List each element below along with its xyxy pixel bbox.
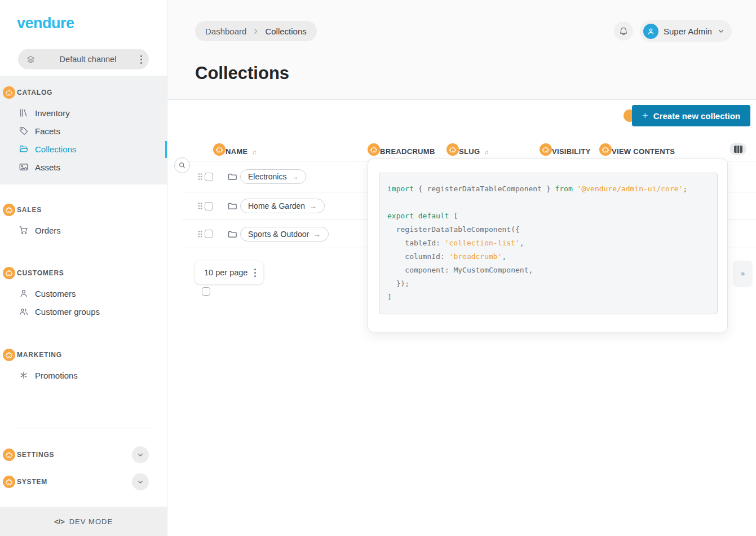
channel-selector[interactable]: Default channel [18, 49, 149, 69]
sort-icon[interactable]: ↓↑ [251, 148, 255, 155]
sidebar-section-system[interactable]: SYSTEM [0, 473, 167, 490]
sidebar-item-label: Facets [35, 126, 60, 136]
collection-name: Electronics [248, 172, 286, 181]
header-zone [167, 0, 756, 100]
sidebar-section-sales: SALESOrders [0, 203, 167, 239]
row-checkbox[interactable] [205, 202, 213, 210]
collection-name-chip[interactable]: Sports & Outdoor→ [240, 227, 329, 241]
collection-name: Sports & Outdoor [248, 230, 309, 239]
tag-icon [19, 126, 29, 136]
sidebar-item-collections[interactable]: Collections [0, 140, 167, 158]
sidebar-item-assets[interactable]: Assets [0, 158, 167, 176]
notifications-button[interactable] [614, 21, 633, 41]
drag-handle-icon[interactable] [198, 202, 202, 210]
sidebar-item-label: Customer groups [35, 307, 100, 317]
devmode-puzzle-badge[interactable] [213, 143, 226, 156]
sidebar-item-label: Collections [35, 144, 76, 154]
devmode-puzzle-badge[interactable] [3, 349, 15, 361]
sidebar-item-customer-groups[interactable]: Customer groups [0, 302, 167, 320]
sidebar: vendure Default channel CATALOGInventory… [0, 0, 167, 536]
expand-section-button[interactable] [132, 473, 149, 490]
row-checkbox[interactable] [205, 173, 213, 181]
devmode-puzzle-badge[interactable] [540, 143, 552, 156]
sidebar-nav: CATALOGInventoryFacetsCollectionsAssetsS… [0, 76, 167, 384]
devmode-puzzle-badge[interactable] [3, 86, 15, 99]
sidebar-item-label: Assets [35, 162, 60, 172]
column-label: NAME↓↑ [226, 147, 255, 156]
devmode-puzzle-badge[interactable] [3, 267, 15, 279]
devmode-puzzle-badge[interactable] [3, 449, 15, 461]
app-root: vendure Default channel CATALOGInventory… [0, 0, 756, 536]
vendure-logo[interactable]: vendure [17, 15, 167, 32]
avatar [643, 24, 658, 39]
code-line: import { registerDataTableComponent } fr… [387, 182, 717, 196]
breadcrumb-item-dashboard[interactable]: Dashboard [205, 27, 246, 36]
breadcrumb: DashboardCollections [195, 21, 317, 41]
user-menu[interactable]: Super Admin [640, 20, 732, 42]
search-button[interactable] [174, 157, 190, 173]
kebab-icon [254, 269, 256, 277]
sidebar-collapsed-sections: SETTINGSSYSTEM [0, 446, 167, 490]
collection-name-chip[interactable]: Electronics→ [240, 169, 306, 184]
column-label: SLUG↓↑ [459, 147, 488, 156]
chevron-down-icon [717, 27, 725, 35]
pagination-next-button[interactable]: » [733, 261, 752, 286]
drag-handle-icon[interactable] [198, 173, 202, 181]
column-label: BREADCRUMB [380, 147, 435, 156]
section-label: SYSTEM [17, 478, 132, 486]
dev-mode-label: DEV MODE [69, 517, 113, 526]
devmode-puzzle-badge[interactable] [599, 143, 612, 156]
folder-icon [227, 172, 237, 182]
section-label: CATALOG [17, 89, 52, 96]
main-content: DashboardCollections Super Admin Collect… [167, 0, 756, 536]
arrow-right-icon: → [290, 172, 298, 181]
collection-name-chip[interactable]: Home & Garden→ [240, 199, 325, 213]
section-label: SALES [17, 206, 42, 214]
sidebar-item-inventory[interactable]: Inventory [0, 104, 167, 122]
devmode-puzzle-badge[interactable] [3, 476, 15, 488]
code-line [387, 196, 717, 209]
code-line: ] [387, 291, 717, 304]
folder-open-icon [19, 144, 29, 154]
sidebar-item-label: Customers [35, 289, 76, 298]
drag-handle-icon[interactable] [198, 230, 202, 238]
sort-icon[interactable]: ↓↑ [484, 148, 488, 155]
column-settings-button[interactable] [730, 143, 746, 155]
devmode-puzzle-badge[interactable] [368, 143, 380, 156]
search-icon [178, 161, 186, 169]
code-line: component: MyCustomComponent, [387, 263, 717, 277]
sidebar-item-facets[interactable]: Facets [0, 122, 167, 140]
active-item-indicator [165, 141, 167, 158]
sidebar-item-promotions[interactable]: Promotions [0, 366, 167, 384]
section-label: SETTINGS [17, 451, 132, 459]
section-header: MARKETING [0, 348, 167, 362]
select-all-checkbox[interactable] [202, 287, 210, 296]
column-label: VIEW CONTENTS [612, 147, 675, 156]
table-header-row: NAME↓↑BREADCRUMBSLUG↓↑VISIBILITYVIEW CON… [167, 141, 756, 161]
image-icon [19, 162, 29, 172]
expand-section-button[interactable] [132, 446, 149, 463]
user-name: Super Admin [664, 27, 712, 36]
folder-icon [227, 229, 237, 239]
items-per-page-select[interactable]: 10 per page [195, 261, 263, 284]
code-brackets-icon: </> [54, 517, 65, 526]
dev-mode-toggle[interactable]: </> DEV MODE [0, 507, 167, 536]
devmode-puzzle-badge[interactable] [446, 143, 459, 156]
devmode-puzzle-badge[interactable] [3, 204, 15, 216]
row-checkbox[interactable] [205, 230, 213, 238]
inventory-icon [19, 108, 29, 118]
bell-icon [618, 26, 629, 36]
folder-icon [227, 201, 237, 211]
sidebar-item-label: Inventory [35, 108, 70, 118]
channel-label: Default channel [36, 55, 140, 64]
kebab-icon[interactable] [140, 55, 142, 64]
sidebar-item-orders[interactable]: Orders [0, 221, 167, 239]
breadcrumb-item-collections[interactable]: Collections [265, 27, 306, 36]
arrow-right-icon: → [309, 201, 317, 210]
sidebar-divider [17, 428, 150, 428]
code-line: tableId: 'collection-list', [387, 236, 717, 250]
plus-icon: + [642, 109, 648, 122]
create-new-collection-button[interactable]: + Create new collection [632, 105, 750, 126]
sidebar-section-settings[interactable]: SETTINGS [0, 446, 167, 463]
sidebar-item-customers[interactable]: Customers [0, 284, 167, 302]
